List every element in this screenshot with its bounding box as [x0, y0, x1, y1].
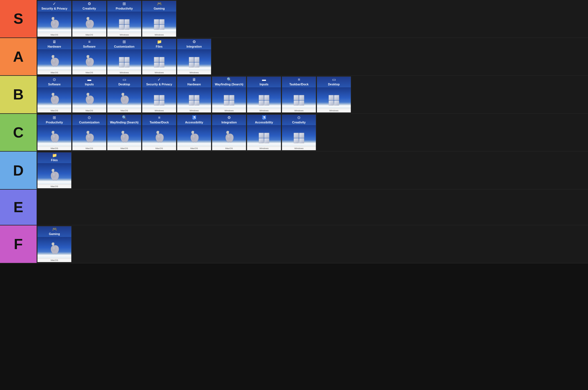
card-title: Taskbar/Dock [150, 120, 169, 125]
card-header: ▬Inputs [72, 77, 106, 87]
card-title: Gaming [154, 6, 165, 11]
card-a-3[interactable]: 📁Files Windows [142, 39, 176, 75]
card-a-0[interactable]: 🖥Hardware MacOS [37, 39, 72, 75]
card-b-0[interactable]: ⊙Software MacOS [37, 76, 72, 113]
card-category-icon: ⚙ [192, 39, 196, 44]
svg-rect-34 [154, 63, 159, 67]
card-platform-label: Windows [142, 70, 176, 74]
card-scene [247, 125, 281, 146]
card-category-icon: ⊞ [123, 39, 126, 44]
tier-content-e [37, 190, 588, 225]
windows-logo [328, 95, 340, 107]
card-c-5[interactable]: ⚙Integration MacOS [212, 114, 246, 151]
card-title: Hardware [48, 44, 61, 49]
card-platform-label: Windows [107, 33, 141, 37]
card-s-2[interactable]: ⊞Productivity Window [107, 1, 141, 37]
card-category-icon: ⊞ [53, 115, 56, 120]
svg-rect-78 [265, 101, 269, 105]
card-b-1[interactable]: ▬Inputs MacOS [72, 76, 106, 113]
card-category-icon: ⊞ [123, 1, 126, 6]
tier-label-b: B [0, 76, 37, 113]
svg-rect-8 [119, 25, 124, 29]
card-header: ⊞Productivity [107, 1, 141, 12]
card-header: ▬Inputs [247, 77, 281, 87]
card-a-1[interactable]: ≡Software MacOS [72, 39, 106, 75]
apple-logo [118, 92, 130, 107]
card-a-2[interactable]: ⊞Customization Windo [107, 39, 141, 75]
svg-rect-32 [154, 57, 159, 62]
card-category-icon: ⊙ [297, 115, 301, 120]
card-platform-label: Windows [177, 108, 211, 112]
tier-content-a: 🖥Hardware MacOS≡Software MacOS⊞Customiza… [37, 38, 588, 76]
card-scene [37, 163, 71, 184]
tier-content-s: ✓Security & Privacy MacOS⚙Creativity Mac… [37, 0, 588, 37]
card-b-4[interactable]: 🖥Hardware Windows [177, 76, 211, 113]
svg-rect-25 [125, 57, 129, 62]
tier-label-d: D [0, 152, 37, 189]
card-header: ⚙Creativity [72, 1, 106, 12]
card-title: Files [51, 158, 58, 163]
card-s-3[interactable]: 🎮Gaming Windows [142, 1, 176, 37]
card-header: ⚙Integration [177, 39, 211, 50]
svg-point-19 [86, 58, 92, 66]
apple-logo [83, 54, 96, 69]
card-header: 🎮Gaming [37, 226, 71, 237]
svg-rect-75 [259, 95, 263, 100]
card-b-7[interactable]: ≡Taskbar/Dock Window [282, 76, 316, 113]
svg-rect-85 [294, 101, 298, 105]
card-header: ⊞Productivity [37, 115, 71, 125]
tier-label-f: F [0, 225, 37, 263]
card-c-4[interactable]: ♿Accessibility MacOS [177, 114, 211, 151]
card-s-1[interactable]: ⚙Creativity MacOS [72, 1, 106, 37]
card-f-0[interactable]: 🎮Gaming MacOS [37, 226, 72, 262]
card-scene [72, 12, 106, 33]
svg-rect-77 [259, 101, 263, 105]
card-scene [317, 87, 351, 108]
card-c-1[interactable]: ⊙Customization MacOS [72, 114, 106, 151]
card-header: ▭Desktop [107, 77, 141, 87]
card-c-3[interactable]: ≡Taskbar/Dock MacOS [142, 114, 176, 151]
card-b-3[interactable]: ✓Security & Privacy [142, 76, 176, 113]
card-b-5[interactable]: 🔍Wayfinding (Search) [212, 76, 246, 113]
svg-rect-33 [160, 57, 164, 62]
card-category-icon: ▭ [332, 77, 336, 82]
svg-rect-52 [160, 95, 164, 100]
card-s-0[interactable]: ✓Security & Privacy MacOS [37, 1, 72, 37]
tier-label-s: S [0, 0, 37, 37]
card-scene [72, 125, 106, 146]
card-title: Productivity [46, 120, 63, 125]
apple-logo [48, 16, 61, 31]
card-platform-label: MacOS [72, 70, 106, 74]
card-title: Desktop [328, 82, 340, 87]
card-title: Gaming [49, 232, 60, 236]
svg-point-96 [86, 134, 92, 141]
windows-logo [119, 19, 130, 31]
svg-rect-14 [154, 19, 159, 24]
card-a-4[interactable]: ⚙Integration Windows [177, 39, 211, 75]
svg-rect-114 [299, 133, 304, 138]
card-c-2[interactable]: 🔍Wayfinding (Search) MacOS [107, 114, 141, 151]
card-b-2[interactable]: ▭Desktop MacOS [107, 76, 141, 113]
card-platform-label: MacOS [142, 146, 176, 150]
card-d-0[interactable]: 📁Files MacOS [37, 152, 72, 189]
card-title: Software [83, 44, 96, 49]
tier-row-b: B⊙Software MacOS▬Inputs MacOS▭Desktop [0, 76, 588, 114]
svg-point-44 [51, 96, 57, 104]
card-scene [282, 125, 316, 146]
card-category-icon: 🔍 [122, 115, 127, 120]
apple-logo [118, 130, 130, 145]
card-header: ≡Taskbar/Dock [282, 77, 316, 87]
svg-point-0 [51, 20, 57, 28]
card-scene [177, 125, 211, 146]
svg-rect-61 [189, 101, 194, 105]
card-b-6[interactable]: ▬Inputs Windows [247, 76, 281, 113]
card-c-6[interactable]: ♿Accessibility Windo [247, 114, 281, 151]
card-c-7[interactable]: ⊙Creativity Windows [282, 114, 316, 151]
card-scene [107, 49, 141, 70]
card-c-0[interactable]: ⊞Productivity MacOS [37, 114, 72, 151]
apple-logo [83, 16, 96, 31]
svg-rect-86 [299, 101, 304, 105]
card-scene [37, 12, 71, 33]
card-b-8[interactable]: ▭Desktop Windows [317, 76, 351, 113]
svg-rect-42 [189, 63, 194, 67]
